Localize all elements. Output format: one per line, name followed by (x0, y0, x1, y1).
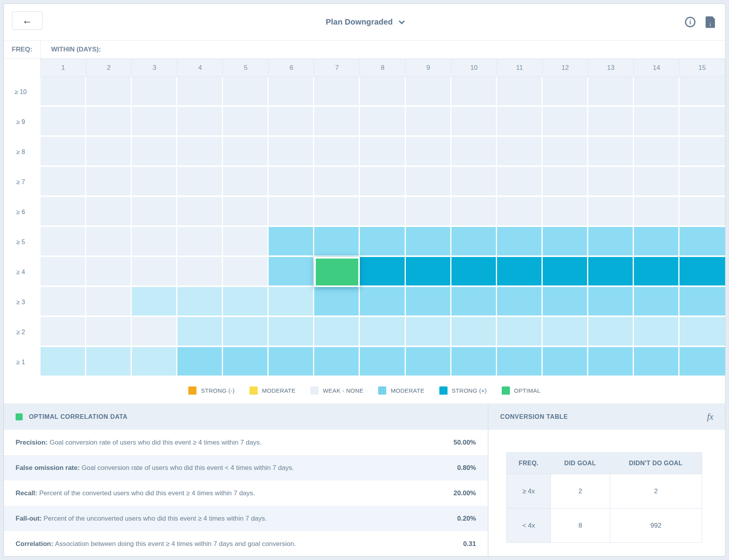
heatmap-cell[interactable] (86, 257, 132, 287)
heatmap-cell[interactable] (177, 287, 223, 317)
heatmap-cell[interactable] (41, 137, 86, 167)
heatmap-cell[interactable] (634, 197, 679, 227)
heatmap-cell[interactable] (634, 77, 679, 107)
heatmap-cell[interactable] (41, 77, 86, 107)
heatmap-cell[interactable] (634, 257, 679, 287)
heatmap-cell[interactable] (86, 317, 132, 347)
heatmap-cell[interactable] (41, 107, 86, 137)
heatmap-cell[interactable] (86, 197, 132, 227)
back-button[interactable]: ← (12, 11, 42, 30)
heatmap-cell[interactable] (132, 227, 177, 257)
heatmap-cell[interactable] (314, 77, 360, 107)
heatmap-cell[interactable] (634, 167, 679, 197)
heatmap-cell[interactable] (497, 227, 543, 257)
heatmap-cell[interactable] (497, 347, 543, 377)
heatmap-cell[interactable] (86, 77, 132, 107)
heatmap-cell[interactable] (543, 257, 588, 287)
heatmap-cell[interactable] (223, 137, 269, 167)
heatmap-cell[interactable] (497, 137, 543, 167)
heatmap-cell[interactable] (406, 197, 451, 227)
heatmap-cell[interactable] (269, 197, 314, 227)
info-icon[interactable]: i (685, 17, 695, 27)
heatmap-cell[interactable] (177, 197, 223, 227)
title-dropdown[interactable]: Plan Downgraded (326, 18, 403, 27)
heatmap-cell[interactable] (177, 107, 223, 137)
heatmap-cell[interactable] (314, 227, 360, 257)
heatmap-cell[interactable] (269, 287, 314, 317)
heatmap-cell[interactable] (132, 197, 177, 227)
heatmap-cell[interactable] (451, 77, 497, 107)
heatmap-cell[interactable] (41, 257, 86, 287)
heatmap-cell[interactable] (634, 317, 679, 347)
heatmap-cell[interactable] (497, 197, 543, 227)
heatmap-cell[interactable] (223, 77, 269, 107)
heatmap-cell[interactable] (406, 287, 451, 317)
heatmap-cell[interactable] (451, 347, 497, 377)
heatmap-cell[interactable] (41, 287, 86, 317)
heatmap-cell[interactable] (132, 287, 177, 317)
heatmap-cell[interactable] (588, 197, 634, 227)
heatmap-cell[interactable] (634, 347, 679, 377)
heatmap-cell[interactable] (314, 107, 360, 137)
heatmap-cell[interactable] (269, 257, 314, 287)
heatmap-cell[interactable] (86, 347, 132, 377)
heatmap-cell[interactable] (497, 107, 543, 137)
heatmap-cell[interactable] (679, 317, 725, 347)
heatmap-cell[interactable] (451, 227, 497, 257)
heatmap-cell[interactable] (177, 137, 223, 167)
heatmap-cell[interactable] (86, 167, 132, 197)
heatmap-cell[interactable] (679, 287, 725, 317)
heatmap-cell[interactable] (177, 77, 223, 107)
heatmap-cell[interactable] (588, 107, 634, 137)
heatmap-cell[interactable] (132, 257, 177, 287)
heatmap-cell[interactable] (86, 227, 132, 257)
heatmap-cell[interactable] (406, 107, 451, 137)
heatmap-cell[interactable] (679, 227, 725, 257)
heatmap-cell[interactable] (132, 107, 177, 137)
heatmap-cell[interactable] (543, 197, 588, 227)
heatmap-cell[interactable] (41, 317, 86, 347)
heatmap-cell[interactable] (223, 257, 269, 287)
heatmap-cell[interactable] (314, 347, 360, 377)
heatmap-cell[interactable] (543, 107, 588, 137)
heatmap-cell[interactable] (543, 77, 588, 107)
heatmap-cell[interactable] (588, 167, 634, 197)
heatmap-cell[interactable] (41, 167, 86, 197)
heatmap-cell[interactable] (360, 77, 405, 107)
heatmap-cell[interactable] (360, 197, 405, 227)
heatmap-cell[interactable] (223, 167, 269, 197)
heatmap-cell[interactable] (543, 137, 588, 167)
heatmap-cell[interactable] (634, 287, 679, 317)
heatmap-cell[interactable] (679, 257, 725, 287)
heatmap-cell[interactable] (497, 317, 543, 347)
heatmap-cell[interactable] (497, 77, 543, 107)
heatmap-cell[interactable] (223, 107, 269, 137)
heatmap-cell[interactable] (177, 167, 223, 197)
heatmap-cell[interactable] (223, 317, 269, 347)
heatmap-cell[interactable] (451, 137, 497, 167)
heatmap-cell[interactable] (223, 227, 269, 257)
heatmap-cell[interactable] (451, 107, 497, 137)
heatmap-cell[interactable] (543, 167, 588, 197)
heatmap-cell[interactable] (314, 317, 360, 347)
heatmap-cell[interactable] (269, 347, 314, 377)
heatmap-cell[interactable] (223, 347, 269, 377)
heatmap-cell[interactable] (269, 107, 314, 137)
heatmap-cell[interactable] (451, 287, 497, 317)
heatmap-cell[interactable] (177, 257, 223, 287)
heatmap-cell[interactable] (679, 77, 725, 107)
heatmap-cell[interactable] (360, 287, 405, 317)
heatmap-cell[interactable] (634, 137, 679, 167)
heatmap-cell[interactable] (360, 317, 405, 347)
heatmap-cell[interactable] (679, 107, 725, 137)
heatmap-cell[interactable] (588, 287, 634, 317)
heatmap-cell[interactable] (132, 137, 177, 167)
heatmap-cell[interactable] (634, 227, 679, 257)
heatmap-cell[interactable] (269, 317, 314, 347)
heatmap-cell[interactable] (177, 347, 223, 377)
heatmap-cell[interactable] (406, 257, 451, 287)
heatmap-cell[interactable] (132, 347, 177, 377)
heatmap-cell[interactable] (588, 137, 634, 167)
heatmap-cell[interactable] (314, 197, 360, 227)
heatmap-cell[interactable] (588, 317, 634, 347)
